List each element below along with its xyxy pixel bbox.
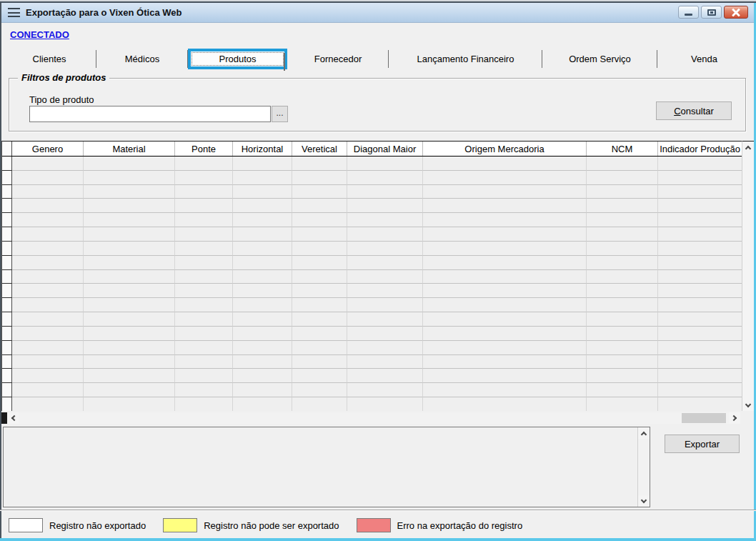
- table-cell[interactable]: [347, 185, 423, 199]
- table-row[interactable]: [2, 171, 742, 185]
- column-header-veretical[interactable]: Veretical: [292, 142, 347, 156]
- table-cell[interactable]: [233, 397, 292, 411]
- table-cell[interactable]: [423, 397, 587, 411]
- maximize-button[interactable]: [701, 6, 722, 19]
- table-cell[interactable]: [12, 284, 84, 298]
- column-header-origem-mercadoria[interactable]: Origem Mercadoria: [423, 142, 587, 156]
- scroll-up-button[interactable]: [742, 142, 754, 154]
- scrollbar-track[interactable]: [19, 412, 729, 424]
- grid-vertical-scrollbar[interactable]: [742, 141, 754, 411]
- table-cell[interactable]: [423, 157, 587, 171]
- table-cell[interactable]: [658, 284, 742, 298]
- table-cell[interactable]: [423, 256, 587, 270]
- scroll-right-button[interactable]: [729, 412, 740, 424]
- table-cell[interactable]: [658, 157, 742, 171]
- table-row[interactable]: [2, 383, 742, 397]
- table-cell[interactable]: [587, 227, 658, 242]
- table-cell[interactable]: [175, 199, 233, 213]
- table-cell[interactable]: [587, 327, 658, 341]
- table-cell[interactable]: [292, 213, 347, 227]
- table-cell[interactable]: [292, 270, 347, 284]
- table-cell[interactable]: [658, 397, 742, 411]
- table-cell[interactable]: [292, 157, 347, 171]
- table-cell[interactable]: [587, 213, 658, 227]
- table-cell[interactable]: [12, 369, 84, 383]
- table-cell[interactable]: [84, 397, 175, 411]
- table-row[interactable]: [2, 298, 742, 312]
- table-row[interactable]: [2, 185, 742, 199]
- table-cell[interactable]: [587, 284, 658, 298]
- table-cell[interactable]: [233, 369, 292, 383]
- minimize-button[interactable]: [678, 6, 699, 19]
- table-cell[interactable]: [12, 383, 84, 397]
- table-cell[interactable]: [423, 171, 587, 185]
- column-header-material[interactable]: Material: [84, 142, 175, 156]
- table-cell[interactable]: [12, 312, 84, 327]
- table-row[interactable]: [2, 355, 742, 369]
- column-header-ponte[interactable]: Ponte: [175, 142, 233, 156]
- table-cell[interactable]: [423, 227, 587, 242]
- scroll-left-button[interactable]: [7, 412, 19, 424]
- table-cell[interactable]: [175, 256, 233, 270]
- column-header-horizontal[interactable]: Horizontal: [233, 142, 292, 156]
- products-grid[interactable]: GeneroMaterialPonteHorizontalVereticalDi…: [1, 141, 742, 411]
- table-cell[interactable]: [423, 242, 587, 256]
- table-cell[interactable]: [84, 185, 175, 199]
- table-cell[interactable]: [587, 270, 658, 284]
- table-cell[interactable]: [233, 256, 292, 270]
- table-cell[interactable]: [84, 270, 175, 284]
- table-cell[interactable]: [423, 213, 587, 227]
- scroll-down-button[interactable]: [742, 399, 754, 411]
- table-cell[interactable]: [175, 369, 233, 383]
- table-row[interactable]: [2, 270, 742, 284]
- table-cell[interactable]: [587, 157, 658, 171]
- export-log-memo[interactable]: [3, 427, 650, 507]
- table-cell[interactable]: [12, 171, 84, 185]
- tipo-de-produto-input[interactable]: [29, 106, 271, 122]
- table-cell[interactable]: [292, 199, 347, 213]
- table-cell[interactable]: [658, 355, 742, 369]
- table-cell[interactable]: [292, 369, 347, 383]
- table-cell[interactable]: [292, 355, 347, 369]
- table-row[interactable]: [2, 256, 742, 270]
- tab-ordem-serviço[interactable]: Ordem Serviço: [542, 49, 657, 69]
- table-cell[interactable]: [587, 369, 658, 383]
- table-cell[interactable]: [175, 383, 233, 397]
- table-cell[interactable]: [175, 242, 233, 256]
- table-cell[interactable]: [12, 199, 84, 213]
- table-row[interactable]: [2, 369, 742, 383]
- table-cell[interactable]: [347, 242, 423, 256]
- table-cell[interactable]: [233, 171, 292, 185]
- column-header-diagonal-maior[interactable]: Diagonal Maior: [347, 142, 423, 156]
- table-cell[interactable]: [12, 157, 84, 171]
- scroll-up-button[interactable]: [638, 427, 650, 439]
- table-cell[interactable]: [658, 383, 742, 397]
- table-cell[interactable]: [84, 242, 175, 256]
- table-cell[interactable]: [587, 171, 658, 185]
- table-cell[interactable]: [347, 270, 423, 284]
- table-cell[interactable]: [12, 397, 84, 411]
- table-cell[interactable]: [292, 185, 347, 199]
- table-cell[interactable]: [233, 383, 292, 397]
- table-cell[interactable]: [12, 341, 84, 355]
- scrollbar-thumb[interactable]: [682, 413, 726, 423]
- table-cell[interactable]: [347, 171, 423, 185]
- table-cell[interactable]: [658, 256, 742, 270]
- table-cell[interactable]: [175, 185, 233, 199]
- table-cell[interactable]: [12, 355, 84, 369]
- table-cell[interactable]: [292, 327, 347, 341]
- table-cell[interactable]: [12, 227, 84, 242]
- table-cell[interactable]: [587, 256, 658, 270]
- tab-produtos[interactable]: Produtos: [188, 49, 287, 69]
- table-cell[interactable]: [233, 213, 292, 227]
- table-cell[interactable]: [84, 298, 175, 312]
- table-cell[interactable]: [175, 284, 233, 298]
- table-cell[interactable]: [292, 284, 347, 298]
- table-cell[interactable]: [84, 355, 175, 369]
- table-cell[interactable]: [292, 383, 347, 397]
- table-cell[interactable]: [658, 312, 742, 327]
- table-cell[interactable]: [12, 270, 84, 284]
- table-cell[interactable]: [84, 157, 175, 171]
- table-cell[interactable]: [12, 242, 84, 256]
- table-cell[interactable]: [233, 185, 292, 199]
